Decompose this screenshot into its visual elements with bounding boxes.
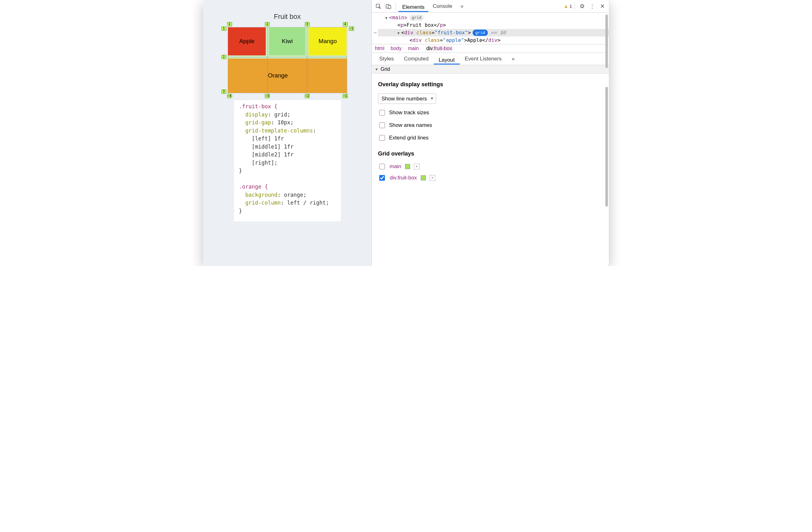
- grid-col-neg-badge: −2: [305, 94, 310, 98]
- svg-rect-2: [388, 5, 391, 9]
- overlay-color-swatch[interactable]: [421, 175, 426, 180]
- grid-line: [228, 57, 347, 57]
- breadcrumb: html body main div.fruit-box: [372, 44, 609, 53]
- crumb-main[interactable]: main: [408, 46, 419, 51]
- cell-orange[interactable]: Orange: [228, 58, 347, 93]
- checkbox-extend-lines[interactable]: [379, 135, 385, 141]
- subtab-computed[interactable]: Computed: [399, 53, 433, 65]
- crumb-html[interactable]: html: [375, 46, 384, 51]
- toolbar-separator: [396, 3, 396, 10]
- line-numbers-select[interactable]: Show line numbers: [378, 94, 436, 104]
- overlay-label[interactable]: div.fruit-box: [390, 175, 417, 181]
- subtab-layout[interactable]: Layout: [434, 54, 460, 65]
- dom-tree[interactable]: ▼<main>grid <p>Fruit box</p> ⋯ ▼<div cla…: [372, 13, 609, 44]
- settings-button[interactable]: ⚙: [577, 2, 587, 11]
- overlay-row-main: main ⌖: [378, 163, 603, 170]
- tab-elements[interactable]: Elements: [398, 0, 428, 12]
- overlay-label[interactable]: main: [390, 163, 401, 170]
- css-code-block: .fruit-box { display: grid; grid-gap: 10…: [234, 100, 341, 221]
- dom-node-apple[interactable]: <div class="apple">Apple</div>: [378, 37, 609, 44]
- close-icon: ✕: [600, 3, 605, 10]
- scrollbar-track[interactable]: [605, 14, 608, 264]
- grid-col-neg-badge: −4: [227, 94, 232, 98]
- dom-node-p[interactable]: <p>Fruit box</p>: [378, 22, 609, 29]
- cell-mango[interactable]: Mango: [308, 27, 347, 55]
- reveal-element-icon[interactable]: ⌖: [430, 175, 435, 181]
- overlay-settings-title: Overlay display settings: [378, 81, 603, 88]
- dom-node-fruit-box[interactable]: ⋯ ▼<div class="fruit-box">grid == $0: [378, 29, 609, 37]
- fruit-box-grid[interactable]: Apple Kiwi Mango Orange: [228, 27, 347, 93]
- device-toggle-icon[interactable]: [384, 2, 393, 11]
- gear-icon: ⚙: [580, 3, 585, 10]
- grid-col-badge: 1: [227, 22, 232, 26]
- tab-console[interactable]: Console: [429, 0, 456, 13]
- grid-col-neg-badge: −3: [265, 94, 270, 98]
- toolbar-separator: [575, 3, 575, 10]
- kebab-icon: ⋮: [589, 3, 595, 10]
- grid-row-badge: 3: [221, 89, 227, 94]
- subtab-styles[interactable]: Styles: [374, 53, 399, 65]
- grid-line: [307, 27, 307, 93]
- checkbox-area-names[interactable]: [379, 123, 385, 128]
- chevron-down-icon: ▼: [375, 67, 379, 71]
- scrollbar-thumb[interactable]: [605, 14, 608, 68]
- reveal-element-icon[interactable]: ⌖: [414, 164, 420, 169]
- grid-section-header[interactable]: ▼ Grid: [372, 65, 609, 74]
- page-title: Fruit box: [274, 13, 301, 21]
- overlay-checkbox-fruit-box[interactable]: [379, 175, 385, 181]
- grid-row-badge: −1: [349, 26, 354, 31]
- checkbox-track-sizes[interactable]: [379, 110, 385, 115]
- grid-col-badge: 2: [265, 22, 270, 26]
- tab-more[interactable]: »: [456, 0, 467, 13]
- warning-count[interactable]: ▲ 1: [564, 3, 572, 9]
- overlay-checkbox-main[interactable]: [379, 164, 385, 169]
- overlay-color-swatch[interactable]: [405, 164, 410, 169]
- subtab-event-listeners[interactable]: Event Listeners: [460, 53, 507, 65]
- scrollbar-thumb[interactable]: [605, 87, 608, 207]
- check-extend-grid-lines[interactable]: Extend grid lines: [378, 134, 603, 142]
- check-show-area-names[interactable]: Show area names: [378, 122, 603, 129]
- grid-row-badge: 1: [221, 26, 227, 31]
- grid-row-badge: 2: [221, 55, 227, 59]
- warning-icon: ▲: [564, 3, 569, 9]
- more-actions-icon[interactable]: ⋯: [374, 29, 377, 37]
- grid-col-badge: 3: [305, 22, 310, 26]
- devtools-panel: Elements Console » ▲ 1 ⚙ ⋮ ✕ ▼<main>grid…: [372, 0, 609, 266]
- grid-col-neg-badge: −1: [343, 94, 348, 98]
- more-menu-button[interactable]: ⋮: [588, 2, 597, 11]
- check-show-track-sizes[interactable]: Show track sizes: [378, 109, 603, 116]
- overlay-row-fruit-box: div.fruit-box ⌖: [378, 174, 603, 182]
- inspect-icon[interactable]: [374, 2, 383, 11]
- app-window: Fruit box 1 2 3 4 1 2 3 −1 Apple Kiwi Ma…: [203, 0, 609, 266]
- rendered-page-pane: Fruit box 1 2 3 4 1 2 3 −1 Apple Kiwi Ma…: [203, 0, 372, 266]
- dom-node-main[interactable]: ▼<main>grid: [378, 14, 609, 22]
- grid-col-badge: 4: [343, 22, 348, 26]
- close-devtools-button[interactable]: ✕: [597, 2, 607, 11]
- cell-apple[interactable]: Apple: [228, 27, 266, 55]
- styles-subtab-row: Styles Computed Layout Event Listeners »: [372, 53, 609, 65]
- grid-overlays-title: Grid overlays: [378, 151, 603, 157]
- cell-kiwi[interactable]: Kiwi: [269, 27, 305, 55]
- crumb-fruit-box[interactable]: div.fruit-box: [425, 46, 453, 51]
- layout-panel-body: Overlay display settings Show line numbe…: [372, 74, 609, 266]
- devtools-toolbar: Elements Console » ▲ 1 ⚙ ⋮ ✕: [372, 0, 609, 13]
- subtab-more[interactable]: »: [507, 53, 520, 65]
- grid-overlay-wrapper: 1 2 3 4 1 2 3 −1 Apple Kiwi Mango Orange: [228, 27, 347, 93]
- crumb-body[interactable]: body: [391, 46, 402, 51]
